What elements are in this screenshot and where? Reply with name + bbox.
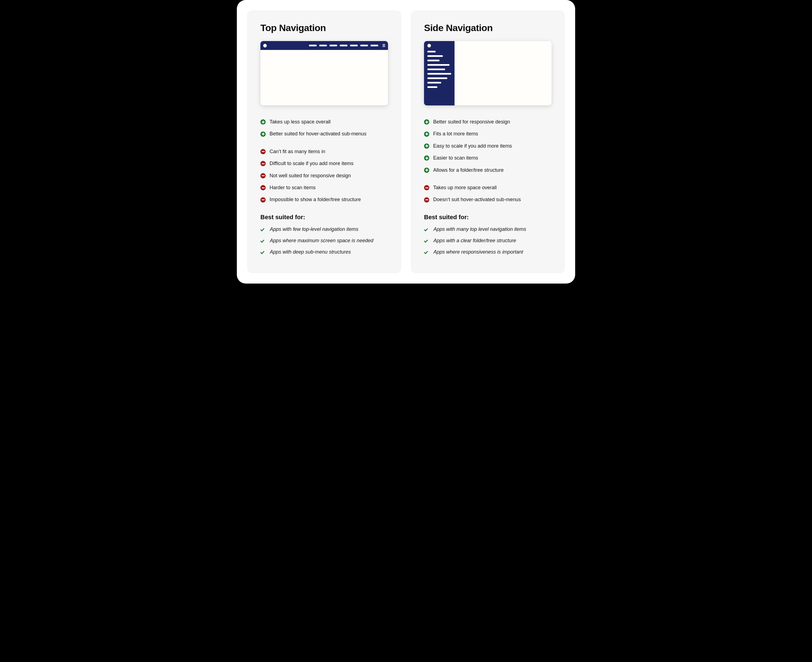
mockup-sidebar: [424, 41, 454, 105]
comparison-canvas: Top Navigation Takes up less s: [237, 0, 575, 284]
suited-row: Apps where responsiveness is important: [424, 246, 552, 258]
mockup-nav-item: [427, 86, 437, 88]
check-icon: [424, 238, 430, 243]
con-text: Not well suited for responsive design: [270, 173, 351, 179]
plus-circle-icon: [260, 132, 266, 137]
top-nav-suited: Apps with few top-level navigation items…: [260, 223, 388, 258]
con-row: Can’t fit as many items in: [260, 146, 388, 157]
side-nav-suited: Apps with many top level navigation item…: [424, 223, 552, 258]
con-text: Can’t fit as many items in: [270, 148, 325, 155]
mockup-nav-item: [360, 45, 368, 47]
plus-circle-icon: [424, 119, 429, 125]
suited-row: Apps with a clear folder/tree structure: [424, 235, 552, 246]
top-nav-pros: Takes up less space overall Better suite…: [260, 116, 388, 140]
top-nav-title: Top Navigation: [260, 22, 388, 33]
check-icon: [260, 238, 266, 243]
pro-row: Easier to scan items: [424, 152, 552, 164]
check-icon: [424, 227, 430, 232]
con-row: Takes up more space overall: [424, 182, 552, 194]
mockup-top-items: [309, 44, 385, 47]
suited-row: Apps with many top level navigation item…: [424, 223, 552, 235]
mockup-nav-item: [427, 73, 451, 75]
suited-row: Apps with deep sub-menu structures: [260, 246, 388, 258]
con-row: Harder to scan items: [260, 182, 388, 194]
top-nav-suited-heading: Best suited for:: [260, 214, 388, 221]
top-nav-cons: Can’t fit as many items in Difficult to …: [260, 146, 388, 206]
pro-text: Allows for a folder/tree structure: [433, 167, 504, 174]
top-nav-card: Top Navigation Takes up less s: [247, 11, 401, 273]
side-nav-cons: Takes up more space overall Doesn’t suit…: [424, 182, 552, 206]
suited-text: Apps with many top level navigation item…: [433, 227, 526, 232]
pro-text: Better suited for hover-activated sub-me…: [270, 131, 366, 137]
plus-circle-icon: [260, 119, 266, 125]
con-text: Impossible to show a folder/tree structu…: [270, 196, 361, 203]
con-row: Impossible to show a folder/tree structu…: [260, 194, 388, 206]
mockup-topbar: [260, 41, 388, 50]
pro-row: Easy to scale if you add more items: [424, 140, 552, 152]
minus-circle-icon: [424, 185, 429, 190]
mockup-nav-item: [329, 45, 337, 47]
mockup-nav-item: [319, 45, 327, 47]
plus-circle-icon: [424, 155, 429, 161]
mockup-logo-dot: [427, 44, 431, 47]
mockup-nav-item: [427, 77, 447, 79]
plus-circle-icon: [424, 167, 429, 173]
minus-circle-icon: [260, 185, 266, 190]
plus-circle-icon: [424, 143, 429, 149]
mockup-nav-item: [427, 51, 436, 53]
mockup-nav-item: [371, 45, 378, 47]
suited-row: Apps where maximum screen space is neede…: [260, 235, 388, 246]
con-row: Not well suited for responsive design: [260, 170, 388, 182]
pro-text: Better suited for responsive design: [433, 119, 510, 125]
plus-circle-icon: [424, 132, 429, 137]
hamburger-icon: [382, 44, 385, 47]
side-nav-title: Side Navigation: [424, 22, 552, 33]
mockup-side-layout: [424, 41, 552, 105]
suited-text: Apps where responsiveness is important: [433, 249, 523, 255]
pro-row: Allows for a folder/tree structure: [424, 164, 552, 176]
side-nav-mockup: [424, 41, 552, 105]
mockup-nav-item: [427, 82, 441, 84]
pro-text: Easier to scan items: [433, 155, 478, 161]
suited-text: Apps where maximum screen space is neede…: [270, 238, 373, 244]
mockup-logo-dot: [263, 44, 267, 47]
pro-row: Better suited for responsive design: [424, 116, 552, 128]
suited-row: Apps with few top-level navigation items: [260, 223, 388, 235]
suited-text: Apps with a clear folder/tree structure: [433, 238, 516, 244]
con-text: Harder to scan items: [270, 185, 316, 191]
mockup-nav-item: [427, 55, 443, 57]
con-row: Doesn’t suit hover-activated sub-menus: [424, 194, 552, 206]
minus-circle-icon: [424, 197, 429, 202]
con-row: Difficult to scale if you add more items: [260, 157, 388, 170]
mockup-nav-item: [427, 69, 445, 70]
mockup-nav-item: [309, 45, 317, 47]
suited-text: Apps with few top-level navigation items: [270, 227, 358, 232]
con-text: Doesn’t suit hover-activated sub-menus: [433, 196, 521, 203]
mockup-nav-item: [427, 59, 440, 61]
check-icon: [260, 227, 266, 232]
check-icon: [424, 249, 430, 255]
pro-text: Fits a lot more items: [433, 131, 478, 137]
side-nav-suited-heading: Best suited for:: [424, 214, 552, 221]
minus-circle-icon: [260, 173, 266, 178]
side-nav-pros: Better suited for responsive design Fits…: [424, 116, 552, 176]
suited-text: Apps with deep sub-menu structures: [270, 249, 351, 255]
check-icon: [260, 249, 266, 255]
mockup-nav-item: [340, 45, 348, 47]
mockup-nav-item: [427, 64, 449, 66]
minus-circle-icon: [260, 161, 266, 166]
side-nav-card: Side Navigation: [411, 11, 565, 273]
top-nav-mockup: [260, 41, 388, 105]
pro-row: Takes up less space overall: [260, 116, 388, 128]
minus-circle-icon: [260, 149, 266, 154]
con-text: Difficult to scale if you add more items: [270, 161, 354, 167]
con-text: Takes up more space overall: [433, 185, 497, 191]
pro-row: Fits a lot more items: [424, 128, 552, 140]
mockup-side-items: [427, 51, 451, 88]
pro-text: Takes up less space overall: [270, 119, 331, 125]
minus-circle-icon: [260, 197, 266, 202]
pro-text: Easy to scale if you add more items: [433, 143, 512, 149]
pro-row: Better suited for hover-activated sub-me…: [260, 128, 388, 140]
mockup-nav-item: [350, 45, 358, 47]
